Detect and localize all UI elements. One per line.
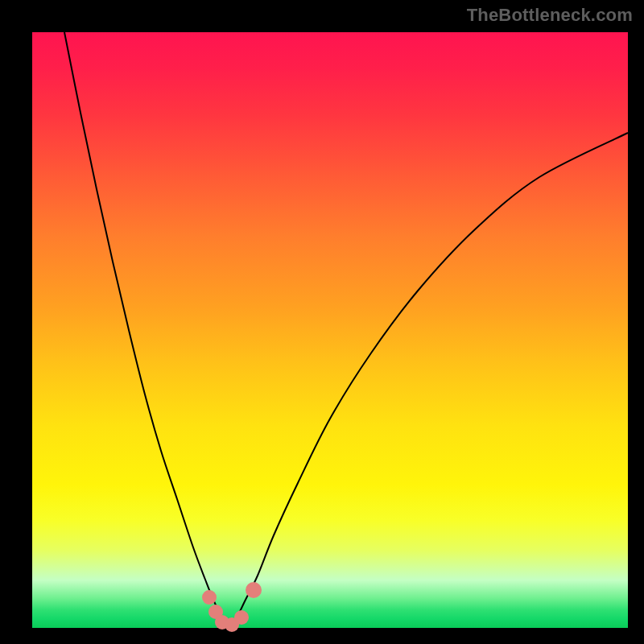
bottleneck-curve — [64, 32, 628, 626]
plot-area — [32, 32, 628, 628]
curve-layer — [32, 32, 628, 628]
curve-marker — [234, 610, 249, 625]
curve-marker — [202, 590, 217, 605]
watermark-label: TheBottleneck.com — [467, 5, 633, 26]
curve-markers — [202, 582, 262, 632]
curve-marker — [246, 582, 262, 598]
chart-frame: TheBottleneck.com — [0, 0, 644, 644]
